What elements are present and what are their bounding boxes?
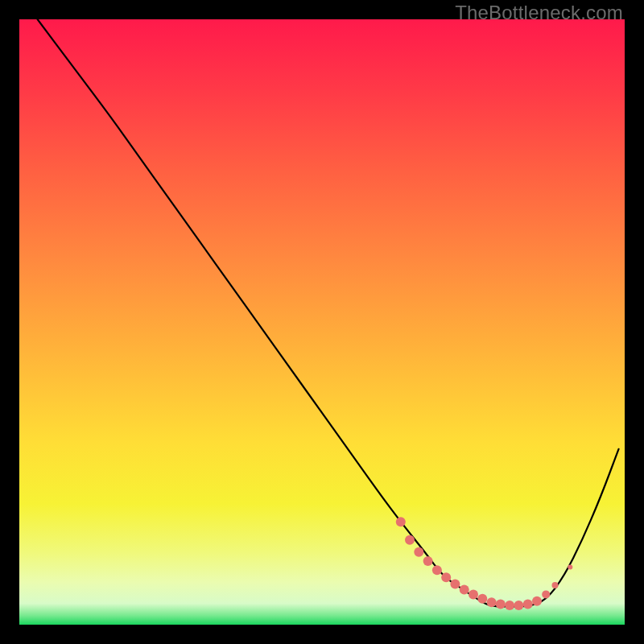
curve-marker	[450, 580, 460, 589]
curve-marker	[505, 601, 514, 610]
curve-marker	[487, 597, 497, 607]
curve-marker	[441, 572, 451, 582]
curve-marker	[477, 594, 487, 604]
curve-marker	[405, 535, 415, 545]
curve-marker	[432, 565, 442, 575]
curve-marker	[423, 556, 433, 566]
curve-marker	[460, 584, 469, 594]
curve-marker	[414, 547, 423, 557]
curve-marker	[469, 589, 478, 599]
curve-marker	[552, 582, 559, 588]
chart-svg	[19, 19, 625, 625]
chart-frame	[19, 19, 625, 625]
curve-marker	[568, 565, 572, 570]
gradient-background	[19, 19, 625, 625]
curve-marker	[496, 599, 506, 609]
curve-marker	[523, 599, 533, 609]
curve-marker	[532, 597, 542, 606]
curve-marker	[542, 590, 550, 598]
curve-marker	[396, 517, 406, 526]
curve-marker	[514, 601, 523, 610]
